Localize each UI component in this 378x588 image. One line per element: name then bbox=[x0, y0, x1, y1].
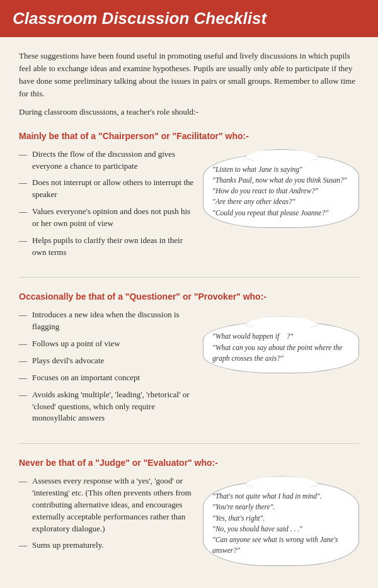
bullet-text: Directs the flow of the discussion and g… bbox=[32, 149, 197, 172]
dash-icon: — bbox=[19, 389, 27, 425]
dash-icon: — bbox=[19, 355, 27, 367]
dash-icon: — bbox=[19, 149, 27, 172]
section-divider bbox=[19, 277, 359, 278]
dash-icon: — bbox=[19, 475, 27, 534]
cloud-quote: "You're nearly there". bbox=[212, 502, 350, 512]
list-item: — Helps pupils to clarify their own idea… bbox=[19, 235, 197, 259]
list-item: — Avoids asking 'multiple', 'leading', '… bbox=[19, 389, 197, 425]
page-title: Classroom Discussion Checklist bbox=[13, 9, 266, 28]
bullet-text: Assesses every response with a 'yes', 'g… bbox=[32, 475, 197, 534]
section3-title: Never be that of a "Judge" or "Evaluator… bbox=[19, 458, 359, 468]
cloud-quote: "Can anyone see what is wrong with Jane'… bbox=[212, 534, 350, 557]
section2-content: — Introduces a new idea when the discuss… bbox=[19, 309, 359, 429]
section1-cloud: "Listen to what Jane is saying" "Thanks … bbox=[203, 155, 359, 228]
intro-para2: During classroom discussions, a teacher'… bbox=[19, 106, 359, 118]
intro-para1: These suggestions have been found useful… bbox=[19, 50, 359, 101]
cloud-quote: "Are there any other ideas?" bbox=[212, 196, 350, 207]
intro-section: These suggestions have been found useful… bbox=[0, 50, 378, 118]
section2-title: Occasionally be that of a "Questioner" o… bbox=[19, 291, 359, 302]
bullet-text: Sums up prematurely. bbox=[32, 540, 104, 551]
section-divider bbox=[19, 443, 359, 444]
list-item: — Plays devil's advocate bbox=[19, 355, 197, 367]
section-chairperson: Mainly be that of a "Chairperson" or "Fa… bbox=[0, 125, 378, 270]
list-item: — Assesses every response with a 'yes', … bbox=[19, 475, 197, 534]
section2-cloud: "What would happen if ?" "What can you s… bbox=[203, 322, 359, 373]
cloud-quote: "What would happen if ?" bbox=[212, 331, 350, 342]
cloud-quote: "What can you say about the point where … bbox=[212, 342, 350, 365]
cloud-quote: "Thanks Paul, now what do you think Susa… bbox=[212, 175, 350, 186]
cloud-quote: "Listen to what Jane is saying" bbox=[212, 164, 350, 175]
section1-content: — Directs the flow of the discussion and… bbox=[19, 149, 359, 264]
list-item: — Directs the flow of the discussion and… bbox=[19, 149, 197, 172]
section-questioner: Occasionally be that of a "Questioner" o… bbox=[0, 285, 378, 436]
list-item: — Does not interrupt or allow others to … bbox=[19, 177, 197, 201]
dash-icon: — bbox=[19, 338, 27, 350]
cloud-quote: "How do you react to that Andrew?" bbox=[212, 186, 350, 196]
bullet-text: Avoids asking 'multiple', 'leading', 'rh… bbox=[32, 389, 197, 425]
dash-icon: — bbox=[19, 540, 27, 551]
section1-title: Mainly be that of a "Chairperson" or "Fa… bbox=[19, 131, 359, 141]
section3-bullets: — Assesses every response with a 'yes', … bbox=[19, 475, 197, 557]
list-item: — Follows up a point of view bbox=[19, 338, 197, 350]
dash-icon: — bbox=[19, 372, 27, 384]
bullet-text: Focuses on an important concept bbox=[32, 372, 140, 384]
section-judge: Never be that of a "Judge" or "Evaluator… bbox=[0, 451, 378, 572]
bullet-text: Values everyone's opinion and does not p… bbox=[32, 206, 197, 230]
dash-icon: — bbox=[19, 206, 27, 230]
page: Classroom Discussion Checklist These sug… bbox=[0, 0, 378, 588]
dash-icon: — bbox=[19, 309, 27, 333]
list-item: — Focuses on an important concept bbox=[19, 372, 197, 384]
list-item: — Introduces a new idea when the discuss… bbox=[19, 309, 197, 333]
section3-content: — Assesses every response with a 'yes', … bbox=[19, 475, 359, 566]
section2-bullets: — Introduces a new idea when the discuss… bbox=[19, 309, 197, 429]
cloud-quote: "That's not quite what I had in mind". bbox=[212, 491, 350, 502]
bullet-text: Does not interrupt or allow others to in… bbox=[32, 177, 197, 201]
section1-bullets: — Directs the flow of the discussion and… bbox=[19, 149, 197, 264]
cloud-quote: "No, you should have said . . ." bbox=[212, 524, 350, 534]
list-item: — Sums up prematurely. bbox=[19, 540, 197, 551]
dash-icon: — bbox=[19, 177, 27, 201]
bullet-text: Plays devil's advocate bbox=[32, 355, 104, 367]
bullet-text: Helps pupils to clarify their own ideas … bbox=[32, 235, 197, 259]
bullet-text: Follows up a point of view bbox=[32, 338, 120, 350]
dash-icon: — bbox=[19, 235, 27, 259]
list-item: — Values everyone's opinion and does not… bbox=[19, 206, 197, 230]
cloud-quote: "Yes, that's right". bbox=[212, 513, 350, 524]
section3-cloud: "That's not quite what I had in mind". "… bbox=[203, 482, 359, 566]
bullet-text: Introduces a new idea when the discussio… bbox=[32, 309, 197, 333]
header-banner: Classroom Discussion Checklist bbox=[0, 0, 378, 37]
cloud-quote: "Could you repeat that please Joanne?" bbox=[212, 208, 350, 218]
